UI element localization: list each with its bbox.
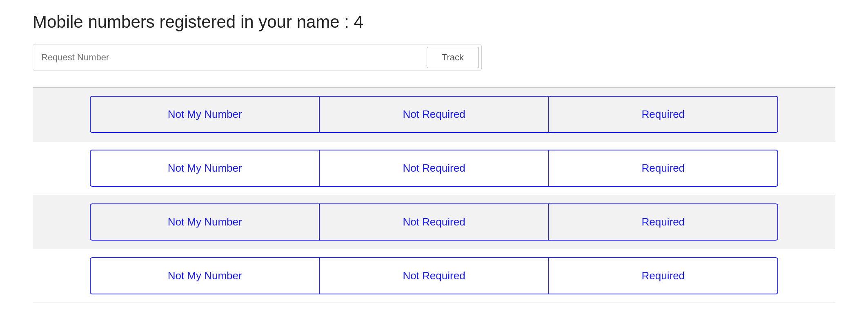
search-input[interactable] (33, 45, 424, 70)
table-row: Not My Number Not Required Required (33, 249, 835, 303)
required-btn-1[interactable]: Required (549, 97, 777, 132)
not-my-number-btn-1[interactable]: Not My Number (91, 97, 320, 132)
not-my-number-btn-2[interactable]: Not My Number (91, 150, 320, 186)
table-row: Not My Number Not Required Required (33, 141, 835, 195)
row-btn-group: Not My Number Not Required Required (90, 257, 778, 294)
required-btn-4[interactable]: Required (549, 258, 777, 294)
not-my-number-btn-3[interactable]: Not My Number (91, 204, 320, 240)
search-bar: Track (33, 44, 482, 71)
not-required-btn-2[interactable]: Not Required (320, 150, 549, 186)
row-btn-group: Not My Number Not Required Required (90, 150, 778, 187)
table-row: Not My Number Not Required Required (33, 88, 835, 141)
footer-row: Report (33, 303, 835, 316)
row-btn-group: Not My Number Not Required Required (90, 203, 778, 241)
required-btn-3[interactable]: Required (549, 204, 777, 240)
required-btn-2[interactable]: Required (549, 150, 777, 186)
not-my-number-btn-4[interactable]: Not My Number (91, 258, 320, 294)
not-required-btn-3[interactable]: Not Required (320, 204, 549, 240)
not-required-btn-4[interactable]: Not Required (320, 258, 549, 294)
table-row: Not My Number Not Required Required (33, 195, 835, 249)
row-btn-group: Not My Number Not Required Required (90, 96, 778, 133)
number-table: Not My Number Not Required Required Not … (33, 88, 835, 303)
not-required-btn-1[interactable]: Not Required (320, 97, 549, 132)
track-button[interactable]: Track (427, 47, 479, 68)
page-title: Mobile numbers registered in your name :… (33, 12, 835, 32)
